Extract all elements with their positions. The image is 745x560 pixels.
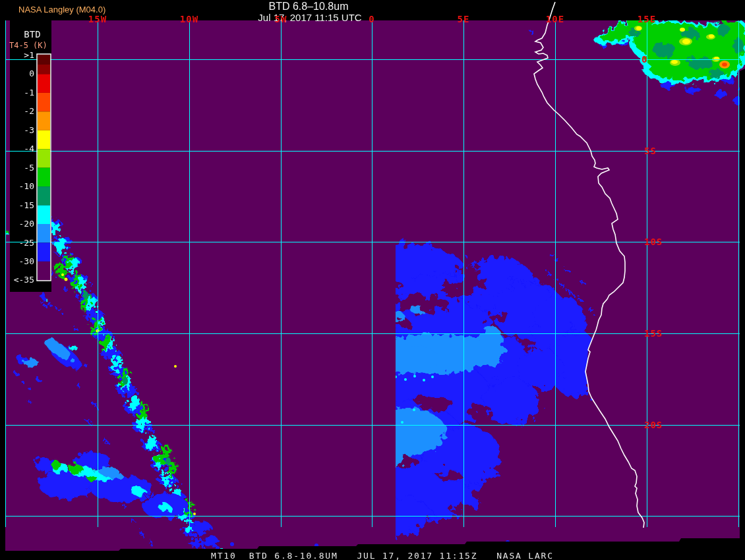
legend-scale-label: -15: [7, 200, 34, 210]
latitude-label: 0: [641, 54, 647, 65]
footer-product-line: MT10 BTD 6.8-10.8UM JUL 17, 2017 11:15Z …: [211, 551, 554, 560]
legend-color-band: [38, 149, 50, 168]
credit-label: NASA Langley (M04.0): [18, 5, 105, 14]
legend-scale-label: >1: [7, 50, 34, 60]
legend-color-band: [38, 65, 50, 74]
legend-color-band: [38, 93, 50, 111]
legend-color-band: [38, 206, 50, 224]
legend-scale-label: -25: [7, 238, 34, 248]
satellite-map: [0, 0, 745, 560]
legend-scale-label: -2: [7, 106, 34, 116]
satellite-btd-viewer: MT10 BTD 6.8-10.8UM JUL 17, 2017 11:15Z …: [0, 0, 745, 560]
legend-color-band: [38, 55, 50, 65]
legend-color-band: [38, 111, 50, 130]
legend-color-band: [38, 130, 50, 149]
longitude-label: 5E: [458, 14, 470, 24]
legend-color-band: [38, 243, 50, 262]
legend-color-band: [38, 74, 50, 92]
legend-scale-label: -5: [7, 163, 34, 173]
longitude-label: 5W: [275, 14, 287, 24]
legend-title: BTD: [13, 29, 51, 40]
legend-subtitle: T4-5 (K): [9, 41, 44, 50]
legend-scale-label: -30: [7, 256, 34, 266]
latitude-label: 5S: [644, 146, 657, 156]
map-title: BTD 6.8–10.8um: [269, 1, 349, 13]
legend-color-band: [38, 262, 50, 281]
latitude-label: 15S: [644, 328, 663, 339]
map-timestamp: Jul 17, 2017 11:15 UTC: [258, 12, 361, 23]
longitude-label: 10E: [546, 14, 564, 24]
legend-scale-label: -4: [7, 144, 34, 154]
legend-scale-label: -10: [7, 181, 34, 191]
legend-scale-label: -1: [7, 88, 34, 98]
legend-scale-label: -3: [7, 125, 34, 135]
latitude-label: 10S: [644, 237, 663, 247]
legend-scale-label: 0: [7, 69, 34, 78]
legend-scale-label: -20: [7, 219, 34, 229]
longitude-label: 15W: [88, 14, 107, 24]
longitude-label: 10W: [180, 14, 198, 24]
legend-scale-label: <-35: [7, 275, 34, 285]
longitude-label: 0: [369, 14, 374, 24]
no-data-right-strip: [740, 69, 745, 551]
legend-color-band: [38, 186, 50, 206]
legend-color-band: [38, 168, 50, 186]
legend-color-band: [38, 224, 50, 243]
legend-color-bar: [38, 55, 50, 280]
latitude-label: 20S: [644, 420, 663, 430]
longitude-label: 15E: [638, 14, 656, 24]
